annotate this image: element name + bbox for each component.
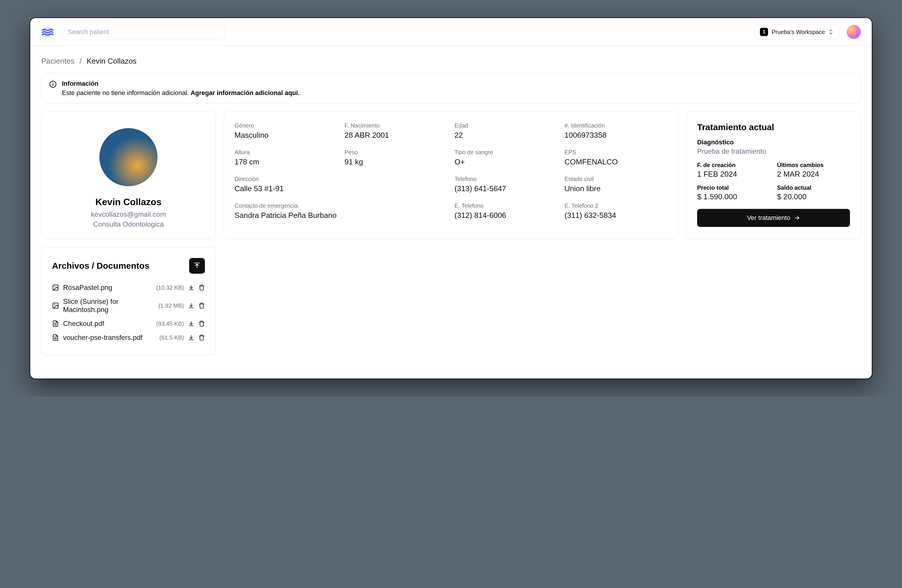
delete-button[interactable] xyxy=(199,335,205,341)
download-button[interactable] xyxy=(188,335,194,341)
file-size: (61.5 KB) xyxy=(160,335,184,341)
alert-text: Este paciente no tiene información adici… xyxy=(62,89,300,97)
file-row: Checkout.pdf(93.45 KB) xyxy=(52,317,205,331)
upload-icon xyxy=(193,262,201,270)
breadcrumb-current: Kevin Collazos xyxy=(86,57,136,66)
info-alert: Información Este paciente no tiene infor… xyxy=(41,73,861,103)
search-input[interactable] xyxy=(62,24,224,40)
patient-email: kevcollazos@gmail.com xyxy=(52,210,205,219)
svg-point-7 xyxy=(54,304,55,305)
files-title: Archivos / Documentos xyxy=(52,261,149,271)
download-button[interactable] xyxy=(188,321,194,327)
file-name: Checkout.pdf xyxy=(63,319,152,328)
user-avatar[interactable] xyxy=(847,25,861,39)
app-logo[interactable] xyxy=(41,26,53,38)
image-icon xyxy=(52,302,59,309)
details-card: GéneroMasculino F. Nacimiento28 ABR 2001… xyxy=(224,111,678,239)
alert-title: Información xyxy=(62,80,300,88)
profile-card: Kevin Collazos kevcollazos@gmail.com Con… xyxy=(41,111,216,239)
workspace-selector[interactable]: 1 Prueba's Workspace xyxy=(754,24,839,40)
breadcrumb: Pacientes / Kevin Collazos xyxy=(41,57,861,66)
patient-name: Kevin Collazos xyxy=(52,197,205,207)
arrow-right-icon xyxy=(794,215,800,221)
chevron-up-down-icon xyxy=(828,29,833,35)
workspace-name: Prueba's Workspace xyxy=(772,29,825,36)
file-name: RosaPastel.png xyxy=(63,283,152,292)
svg-point-3 xyxy=(53,82,53,83)
delete-button[interactable] xyxy=(199,302,205,309)
patient-type: Consulta Odontologica xyxy=(52,220,205,228)
view-treatment-button[interactable]: Ver tratamiento xyxy=(697,209,850,227)
image-icon xyxy=(52,284,59,291)
file-size: (93.45 KB) xyxy=(156,321,184,327)
treatment-title: Tratamiento actual xyxy=(697,122,850,132)
document-icon xyxy=(52,320,59,327)
workspace-badge: 1 xyxy=(760,28,768,36)
upload-button[interactable] xyxy=(189,258,205,274)
file-name: voucher-pse-transfers.pdf xyxy=(63,333,155,342)
document-icon xyxy=(52,334,59,341)
diagnosis-label: Diagnóstico xyxy=(697,139,850,146)
svg-point-5 xyxy=(54,286,55,287)
download-button[interactable] xyxy=(188,285,194,291)
delete-button[interactable] xyxy=(199,321,205,327)
file-name: Slice (Sunrise) for Macintosh.png xyxy=(63,297,154,314)
file-row: RosaPastel.png(10.32 KB) xyxy=(52,281,205,295)
alert-link[interactable]: Agregar información adicional aquí. xyxy=(191,89,300,97)
breadcrumb-root[interactable]: Pacientes xyxy=(41,57,74,66)
file-size: (10.32 KB) xyxy=(156,285,184,291)
info-icon xyxy=(49,80,57,97)
download-button[interactable] xyxy=(188,302,194,309)
file-size: (1.82 MB) xyxy=(158,302,184,309)
patient-avatar xyxy=(99,128,158,186)
file-row: voucher-pse-transfers.pdf(61.5 KB) xyxy=(52,331,205,344)
treatment-card: Tratamiento actual Diagnóstico Prueba de… xyxy=(686,111,861,239)
files-card: Archivos / Documentos RosaPastel.png(10.… xyxy=(41,247,216,355)
diagnosis-value: Prueba de tratamiento xyxy=(697,147,850,155)
svg-point-0 xyxy=(42,27,53,38)
delete-button[interactable] xyxy=(199,285,205,291)
file-row: Slice (Sunrise) for Macintosh.png(1.82 M… xyxy=(52,295,205,317)
